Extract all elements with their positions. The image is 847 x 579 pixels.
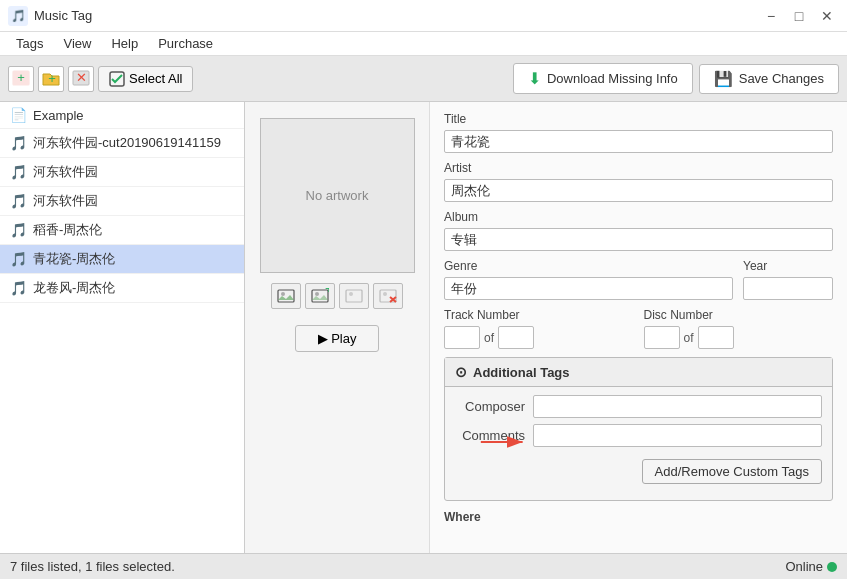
menubar: Tags View Help Purchase: [0, 32, 847, 56]
art-paste-button[interactable]: [339, 283, 369, 309]
track-total-input[interactable]: [498, 326, 534, 349]
additional-tags-body: Composer Comments: [445, 387, 832, 492]
genre-input[interactable]: [444, 277, 733, 300]
composer-input[interactable]: [533, 395, 822, 418]
maximize-button[interactable]: □: [787, 5, 811, 27]
art-open-button[interactable]: [271, 283, 301, 309]
main-area: 📄 Example 🎵 河东软件园-cut20190619141159 🎵 河东…: [0, 102, 847, 553]
art-add-button[interactable]: +: [305, 283, 335, 309]
select-all-button[interactable]: Select All: [98, 66, 193, 92]
track-row: of: [444, 326, 634, 349]
svg-point-7: [281, 292, 285, 296]
minimize-button[interactable]: −: [759, 5, 783, 27]
list-item[interactable]: 🎵 河东软件园: [0, 187, 244, 216]
list-item[interactable]: 📄 Example: [0, 102, 244, 129]
file-name: 龙卷风-周杰伦: [33, 279, 115, 297]
comments-wrapper: [533, 424, 822, 447]
title-input[interactable]: [444, 130, 833, 153]
add-file-button[interactable]: +: [8, 66, 34, 92]
year-label: Year: [743, 259, 833, 273]
download-label: Download Missing Info: [547, 71, 678, 86]
online-status: Online: [785, 559, 837, 574]
status-text: 7 files listed, 1 files selected.: [10, 559, 175, 574]
file-name: 河东软件园: [33, 163, 98, 181]
svg-point-14: [383, 292, 387, 296]
genre-year-row: Genre Year: [444, 259, 833, 300]
disc-row: of: [644, 326, 834, 349]
album-label: Album: [444, 210, 833, 224]
art-delete-button[interactable]: [373, 283, 403, 309]
file-name: 青花瓷-周杰伦: [33, 250, 115, 268]
disc-number-input[interactable]: [644, 326, 680, 349]
disc-field: Disc Number of: [644, 308, 834, 349]
menu-help[interactable]: Help: [101, 34, 148, 53]
disc-of-separator: of: [684, 331, 694, 345]
track-of-separator: of: [484, 331, 494, 345]
file-name: 河东软件园-cut20190619141159: [33, 134, 221, 152]
titlebar-left: 🎵 Music Tag: [8, 6, 92, 26]
titlebar: 🎵 Music Tag − □ ✕: [0, 0, 847, 32]
artist-input[interactable]: [444, 179, 833, 202]
comments-label: Comments: [455, 428, 525, 443]
svg-rect-11: [346, 290, 362, 302]
list-item[interactable]: 🎵 河东软件园: [0, 158, 244, 187]
download-icon: ⬇: [528, 69, 541, 88]
title-label: Title: [444, 112, 833, 126]
svg-text:+: +: [17, 70, 25, 85]
track-number-input[interactable]: [444, 326, 480, 349]
online-indicator: [827, 562, 837, 572]
list-item[interactable]: 🎵 青花瓷-周杰伦: [0, 245, 244, 274]
additional-tags-toggle[interactable]: ⊙ Additional Tags: [445, 358, 832, 387]
close-button[interactable]: ✕: [815, 5, 839, 27]
disc-number-label: Disc Number: [644, 308, 834, 322]
artist-field: Artist: [444, 161, 833, 202]
list-item[interactable]: 🎵 稻香-周杰伦: [0, 216, 244, 245]
music-icon: 🎵: [10, 135, 27, 151]
title-field: Title: [444, 112, 833, 153]
toolbar: + + ✕ Select All ⬇ Download Missing Info…: [0, 56, 847, 102]
file-name: 河东软件园: [33, 192, 98, 210]
music-icon: 🎵: [10, 280, 27, 296]
disc-total-input[interactable]: [698, 326, 734, 349]
save-icon: 💾: [714, 70, 733, 88]
menu-purchase[interactable]: Purchase: [148, 34, 223, 53]
remove-button[interactable]: ✕: [68, 66, 94, 92]
file-name: Example: [33, 108, 84, 123]
svg-point-9: [315, 292, 319, 296]
where-label: Where: [444, 510, 481, 524]
right-panel: No artwork + ▶ Play: [245, 102, 847, 553]
toolbar-left: + + ✕ Select All: [8, 66, 193, 92]
artwork-area: No artwork + ▶ Play: [245, 102, 430, 553]
custom-tags-button[interactable]: Add/Remove Custom Tags: [642, 459, 822, 484]
composer-label: Composer: [455, 399, 525, 414]
download-missing-info-button[interactable]: ⬇ Download Missing Info: [513, 63, 693, 94]
track-field: Track Number of: [444, 308, 634, 349]
track-number-label: Track Number: [444, 308, 634, 322]
where-section: Where: [444, 509, 833, 524]
composer-row: Composer: [455, 395, 822, 418]
music-icon: 🎵: [10, 164, 27, 180]
album-input[interactable]: [444, 228, 833, 251]
online-text: Online: [785, 559, 823, 574]
app-icon: 🎵: [8, 6, 28, 26]
add-folder-button[interactable]: +: [38, 66, 64, 92]
toolbar-right: ⬇ Download Missing Info 💾 Save Changes: [513, 63, 839, 94]
menu-view[interactable]: View: [53, 34, 101, 53]
select-all-label: Select All: [129, 71, 182, 86]
comments-input[interactable]: [533, 424, 822, 447]
additional-tags-label: Additional Tags: [473, 365, 570, 380]
additional-tags-chevron: ⊙: [455, 364, 467, 380]
save-changes-button[interactable]: 💾 Save Changes: [699, 64, 839, 94]
artwork-box: No artwork: [260, 118, 415, 273]
list-item[interactable]: 🎵 龙卷风-周杰伦: [0, 274, 244, 303]
track-disc-row: Track Number of Disc Number of: [444, 308, 833, 349]
list-item[interactable]: 🎵 河东软件园-cut20190619141159: [0, 129, 244, 158]
svg-rect-6: [278, 290, 294, 302]
year-input[interactable]: [743, 277, 833, 300]
menu-tags[interactable]: Tags: [6, 34, 53, 53]
metadata-panel: Title Artist Album Genre Year: [430, 102, 847, 553]
folder-icon: 📄: [10, 107, 27, 123]
custom-tags-row: Add/Remove Custom Tags: [455, 453, 822, 484]
play-button[interactable]: ▶ Play: [295, 325, 380, 352]
album-field: Album: [444, 210, 833, 251]
